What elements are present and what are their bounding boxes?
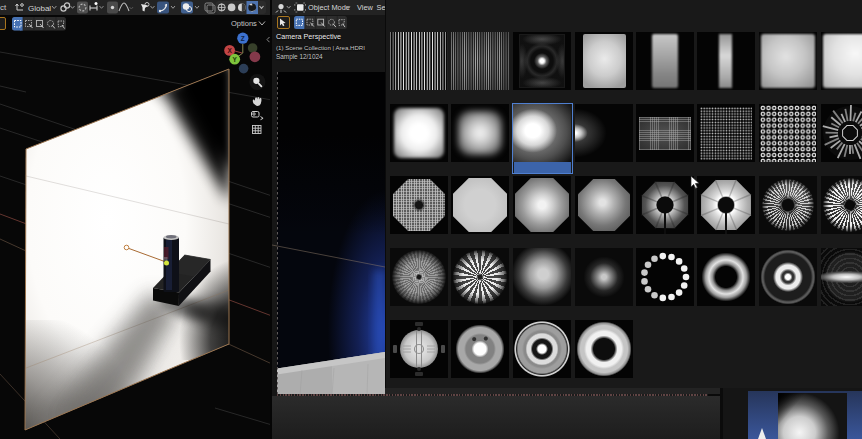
svg-text:X: X: [227, 47, 232, 54]
svg-text:Global: Global: [28, 4, 51, 13]
svg-text:Z: Z: [241, 35, 245, 42]
svg-text:ct: ct: [0, 3, 7, 12]
svg-text:Se: Se: [377, 3, 386, 12]
svg-text:Y: Y: [233, 56, 238, 63]
svg-text:View: View: [357, 3, 374, 12]
svg-text:Object Mode: Object Mode: [308, 3, 350, 12]
